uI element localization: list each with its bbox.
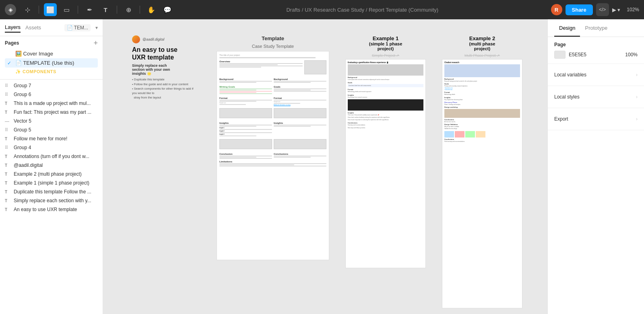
layer-text-follow[interactable]: T Follow me here for more!	[0, 134, 103, 143]
layer-text-duplicate[interactable]: T Duplicate this template Follow the ...	[0, 187, 103, 196]
right-panel-tabs: Design Prototype	[548, 19, 644, 37]
topbar-actions: R Share </> ▶ ▾ 102%	[551, 3, 639, 16]
layer-text-simply[interactable]: T Simply replace each section with y...	[0, 196, 103, 205]
layer-name: Vector 5	[14, 118, 98, 124]
layer-vector5[interactable]: — Vector 5	[0, 117, 103, 125]
tool-hand[interactable]: ✋	[145, 3, 158, 16]
layer-group7[interactable]: ⠿ Group 7	[0, 81, 103, 90]
share-button[interactable]: Share	[566, 4, 593, 15]
layer-text-1[interactable]: T This is a made up project with mul...	[0, 99, 103, 108]
frame-template-label: Template	[262, 35, 284, 41]
figma-logo[interactable]: ◈	[5, 4, 16, 15]
document-title: Drafts / UX Research Case Study / Report…	[177, 7, 548, 13]
local-styles-expand-icon: ›	[636, 94, 638, 100]
frame-example1-box[interactable]: Evaluating a gamification fitness experi…	[345, 59, 426, 268]
tool-pen[interactable]: ✒	[83, 3, 96, 16]
breadcrumb-drafts: Drafts / UX Research Case Study / Report…	[286, 7, 438, 13]
frame-example1: Example 1 (simple 1 phase project) Simpl…	[345, 35, 426, 268]
zoom-level: 102%	[627, 7, 639, 12]
pages-title: Pages	[5, 40, 19, 46]
page-color-row: E5E5E5 100%	[554, 51, 638, 59]
layer-name: This is a made up project with mul...	[14, 101, 98, 106]
tool-select[interactable]: ⊹	[21, 3, 34, 16]
frame-example2-sublabel: (multi phase	[469, 41, 495, 46]
layer-text-icon: T	[5, 199, 11, 203]
layer-name: Annotations (turn off if you dont w...	[14, 154, 98, 159]
page-label-template: 📄 TEMPLATE (Use this)	[15, 60, 74, 66]
layer-text-easy[interactable]: T An easy to use UXR template	[0, 205, 103, 214]
tool-comment[interactable]: 💬	[161, 3, 174, 16]
layer-group-icon: ⠿	[5, 127, 11, 133]
layer-text-icon: T	[5, 154, 11, 159]
frame-example2: Example 2 (multi phase project) Multi Ph…	[442, 35, 522, 308]
code-view-button[interactable]: </>	[596, 3, 609, 16]
tab-assets[interactable]: Assets	[25, 23, 41, 32]
local-variables-expand-icon: ›	[636, 72, 638, 78]
tab-layers[interactable]: Layers	[5, 23, 21, 33]
right-section-local-variables: Local variables ›	[548, 64, 644, 86]
page-label-components: ✨ COMPONENTS	[15, 69, 56, 74]
add-page-button[interactable]: +	[93, 39, 98, 47]
local-variables-label: Local variables	[554, 72, 586, 78]
layer-group4[interactable]: ⠿ Group 4	[0, 143, 103, 152]
file-name-badge[interactable]: 📄 TEM...	[64, 24, 91, 31]
tool-frame[interactable]: ⬜	[44, 3, 57, 16]
frame-example1-sublabel: (simple 1 phase	[369, 41, 402, 46]
layer-name: Follow me here for more!	[14, 136, 98, 142]
layer-text-icon: T	[5, 181, 11, 185]
tool-text[interactable]: T	[99, 3, 112, 16]
page-item-components[interactable]: ✨ COMPONENTS	[5, 68, 98, 76]
page-color-value[interactable]: E5E5E5	[569, 52, 586, 57]
page-label-cover: 🖼️ Cover Image	[15, 51, 53, 57]
layer-text-icon: T	[5, 101, 11, 106]
page-section-title: Page	[554, 42, 638, 47]
layer-group6[interactable]: ⠿ Group 6	[0, 90, 103, 99]
layer-text-2[interactable]: T Fun fact: This project was my part ...	[0, 108, 103, 117]
tool-shape[interactable]: ▭	[60, 3, 73, 16]
tab-design[interactable]: Design	[554, 19, 580, 37]
layer-name: Simply replace each section with y...	[14, 198, 98, 203]
main-layout: Layers Assets 📄 TEM... ▾ Pages + 🖼️ Cove…	[0, 19, 644, 314]
page-color-swatch[interactable]	[554, 51, 566, 59]
layer-text-annotations[interactable]: T Annotations (turn off if you dont w...	[0, 152, 103, 161]
layer-text-aadil[interactable]: T @aadil.digital	[0, 161, 103, 170]
tool-components[interactable]: ⊕	[122, 3, 135, 16]
layer-text-example1[interactable]: T Example 1 (simple 1 phase project)	[0, 179, 103, 187]
layer-group-icon: ⠿	[5, 92, 11, 97]
frame-example2-label: Example 2	[469, 35, 495, 41]
frame-template-box[interactable]: The title of your project Overview	[217, 51, 329, 260]
left-panel: Layers Assets 📄 TEM... ▾ Pages + 🖼️ Cove…	[0, 19, 103, 314]
layer-group5[interactable]: ⠿ Group 5	[0, 125, 103, 134]
local-styles-link[interactable]: Local styles ›	[554, 91, 638, 103]
export-link[interactable]: Export ›	[554, 113, 638, 125]
layer-text-icon: T	[5, 207, 11, 212]
panel-tabs: Layers Assets 📄 TEM... ▾	[0, 19, 103, 36]
frame-example1-sublabel2: project)	[369, 46, 402, 51]
layer-text-icon: T	[5, 137, 11, 141]
frame-example2-sublabel2: project)	[469, 46, 495, 51]
layer-name: Group 6	[14, 92, 98, 97]
panel-chevron-icon[interactable]: ▾	[95, 25, 98, 31]
local-variables-link[interactable]: Local variables ›	[554, 69, 638, 81]
page-item-template[interactable]: ✓ 📄 TEMPLATE (Use this)	[5, 58, 98, 68]
separator-1	[39, 6, 39, 14]
page-item-cover[interactable]: 🖼️ Cover Image	[5, 49, 98, 58]
frame-template-sublabel: Case Study Template	[252, 44, 294, 49]
layers-section: ⠿ Group 7 ⠿ Group 6 T This is a made up …	[0, 80, 103, 314]
topbar: ◈ ⊹ ⬜ ▭ ✒ T ⊕ ✋ 💬 Drafts / UX Research C…	[0, 0, 644, 19]
separator-2	[78, 6, 78, 14]
frame-template: Template Case Study Template The title o…	[217, 35, 329, 260]
frame-example2-box[interactable]: Chatbot research Background Research bac…	[442, 59, 522, 308]
play-button[interactable]: ▶ ▾	[612, 7, 621, 13]
layer-group-icon: ⠿	[5, 83, 11, 88]
layer-name: Example 1 (simple 1 phase project)	[14, 180, 98, 186]
canvas: @aadil.digital An easy to useUXR templat…	[103, 19, 547, 314]
layer-text-example2[interactable]: T Example 2 (multi phase project)	[0, 170, 103, 179]
layer-name: Fun fact: This project was my part ...	[14, 109, 98, 115]
page-opacity-value[interactable]: 100%	[625, 52, 638, 57]
tab-prototype[interactable]: Prototype	[580, 19, 612, 37]
pages-section: Pages + 🖼️ Cover Image ✓ 📄 TEMPLATE (Use…	[0, 36, 103, 80]
pages-header: Pages +	[5, 39, 98, 47]
right-section-local-styles: Local styles ›	[548, 86, 644, 108]
export-label: Export	[554, 116, 568, 122]
